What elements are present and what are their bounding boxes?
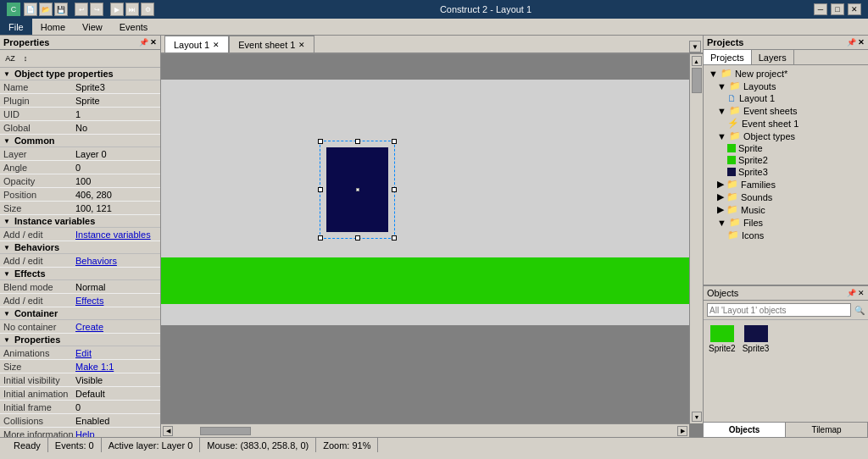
- menubar: File Home View Events: [0, 19, 868, 36]
- event-sheet-tab[interactable]: Event sheet 1 ✕: [229, 36, 314, 53]
- tab-bar: Layout 1 ✕ Event sheet 1 ✕ ▼: [161, 36, 703, 54]
- objects-tab[interactable]: Objects: [704, 423, 786, 437]
- sort-alpha-button[interactable]: AZ: [3, 52, 17, 65]
- layout-tab-close[interactable]: ✕: [213, 41, 220, 49]
- objects-close-icon[interactable]: ✕: [858, 289, 865, 297]
- section-object-type[interactable]: ▼ Object type properties: [0, 68, 160, 80]
- objects-filter-input[interactable]: [707, 303, 851, 317]
- prop-instance-add: Add / edit Instance variables: [0, 228, 160, 241]
- hscroll-left[interactable]: ◀: [163, 426, 173, 436]
- prop-opacity: Opacity 100: [0, 174, 160, 188]
- tree-item-files[interactable]: ▼ 📁 Files: [705, 216, 866, 229]
- objects-pin-icon[interactable]: 📌: [847, 289, 856, 297]
- close-button[interactable]: ✕: [848, 3, 861, 15]
- section-sprite-props[interactable]: ▼ Properties: [0, 334, 160, 346]
- hscroll-thumb[interactable]: [200, 427, 251, 435]
- tree-item-eventsheet1[interactable]: ⚡ Event sheet 1: [705, 117, 866, 130]
- section-instance-vars[interactable]: ▼ Instance variables: [0, 215, 160, 228]
- object-sprite3[interactable]: Sprite3: [741, 324, 771, 418]
- projects-actions: 📌 ✕: [847, 38, 865, 47]
- section-behaviors[interactable]: ▼ Behaviors: [0, 241, 160, 254]
- open-button[interactable]: 📂: [39, 3, 53, 16]
- tree-item-icons[interactable]: 📁 Icons: [705, 229, 866, 241]
- projects-close-icon[interactable]: ✕: [858, 38, 865, 47]
- projects-pin-icon[interactable]: 📌: [847, 38, 856, 47]
- app-icon: C: [7, 3, 20, 16]
- section-container[interactable]: ▼ Container: [0, 307, 160, 320]
- new-button[interactable]: 📄: [24, 3, 37, 16]
- tilemap-tab[interactable]: Tilemap: [786, 423, 868, 437]
- expand-icon: ▶: [717, 191, 724, 202]
- tree-item-root[interactable]: ▼ 📁 New project*: [705, 67, 866, 80]
- status-mouse: Mouse: (383.0, 258.8, 0): [200, 438, 316, 452]
- projects-layers-tabs: Projects Layers: [704, 50, 868, 65]
- section-common[interactable]: ▼ Common: [0, 135, 160, 147]
- filter-icon[interactable]: 🔍: [854, 306, 865, 315]
- tree-item-sprite2[interactable]: Sprite2: [705, 154, 866, 166]
- canvas-viewport[interactable]: [161, 54, 689, 423]
- event-tab-close[interactable]: ✕: [298, 41, 305, 49]
- expand-icon: ▶: [717, 179, 724, 190]
- settings-button[interactable]: ⚙: [141, 3, 154, 16]
- bottom-panel-tabs: Objects Tilemap: [704, 422, 868, 437]
- layout-area: [161, 71, 689, 423]
- statusbar: Ready Events: 0 Active layer: Layer 0 Mo…: [0, 437, 868, 452]
- undo-button[interactable]: ↩: [75, 3, 88, 16]
- prop-plugin: Plugin Sprite: [0, 94, 160, 108]
- tree-item-music[interactable]: ▶ 📁 Music: [705, 203, 866, 216]
- objects-panel-header: Objects 📌 ✕: [704, 286, 868, 301]
- prop-layer: Layer Layer 0: [0, 147, 160, 161]
- menu-view[interactable]: View: [74, 20, 111, 34]
- selection-container[interactable]: [326, 147, 388, 232]
- tab-layers[interactable]: Layers: [752, 50, 794, 64]
- minimize-button[interactable]: ─: [814, 3, 827, 15]
- section-effects[interactable]: ▼ Effects: [0, 268, 160, 280]
- tab-projects[interactable]: Projects: [704, 50, 752, 64]
- sort-icon[interactable]: ↕: [19, 52, 32, 65]
- vscroll-thumb[interactable]: [692, 68, 702, 93]
- vscroll-up[interactable]: ▲: [692, 56, 702, 66]
- tab-dropdown-button[interactable]: ▼: [689, 41, 701, 53]
- sprite3-thumbnail: [744, 325, 768, 342]
- hscroll-right[interactable]: ▶: [677, 426, 687, 436]
- properties-close-icon[interactable]: ✕: [150, 38, 157, 47]
- tree-item-eventsheets[interactable]: ▼ 📁 Event sheets: [705, 104, 866, 117]
- divider: [70, 3, 73, 16]
- objects-grid: Sprite2 Sprite3: [704, 320, 868, 422]
- expand-icon: ▼: [717, 218, 726, 228]
- hscroll-track: [175, 426, 676, 436]
- canvas-vscroll[interactable]: ▲ ▼: [689, 54, 703, 423]
- properties-pin-icon[interactable]: 📌: [139, 38, 148, 47]
- step-button[interactable]: ⏭: [125, 3, 139, 16]
- tree-item-families[interactable]: ▶ 📁 Families: [705, 178, 866, 191]
- play-button[interactable]: ▶: [110, 3, 124, 16]
- tree-item-sounds[interactable]: ▶ 📁 Sounds: [705, 191, 866, 203]
- layout-canvas-area[interactable]: ▲ ▼ ◀ ▶: [161, 54, 703, 437]
- sprite3-object[interactable]: [326, 147, 388, 232]
- tree-item-sprite[interactable]: Sprite: [705, 142, 866, 154]
- sprite2-thumbnail: [710, 325, 734, 342]
- tree-item-objecttypes[interactable]: ▼ 📁 Object types: [705, 130, 866, 142]
- tree-item-layouts[interactable]: ▼ 📁 Layouts: [705, 80, 866, 92]
- maximize-button[interactable]: □: [831, 3, 844, 15]
- titlebar: C 📄 📂 💾 ↩ ↪ ▶ ⏭ ⚙ Construct 2 - Layout 1…: [0, 0, 868, 19]
- folder-icon: 📁: [726, 204, 738, 215]
- tree-item-layout1[interactable]: 🗋 Layout 1: [705, 92, 866, 104]
- prop-more-info: More information Help: [0, 428, 160, 437]
- menu-home[interactable]: Home: [32, 20, 74, 34]
- redo-button[interactable]: ↪: [90, 3, 103, 16]
- vscroll-down[interactable]: ▼: [692, 412, 702, 422]
- save-button[interactable]: 💾: [54, 3, 68, 16]
- prop-blend-mode: Blend mode Normal: [0, 280, 160, 294]
- tree-item-sprite3[interactable]: Sprite3: [705, 166, 866, 178]
- canvas-hscroll[interactable]: ◀ ▶: [161, 423, 689, 437]
- properties-panel: Properties 📌 ✕ AZ ↕ ▼ Object type proper…: [0, 36, 161, 437]
- object-sprite2[interactable]: Sprite2: [707, 324, 737, 418]
- menu-events[interactable]: Events: [111, 20, 157, 34]
- menu-file[interactable]: File: [0, 19, 32, 35]
- sprite-color-icon: [727, 144, 736, 152]
- divider2: [105, 3, 108, 16]
- prop-container: No container Create: [0, 320, 160, 334]
- sprite3-color-icon: [727, 168, 736, 176]
- layout-tab[interactable]: Layout 1 ✕: [164, 36, 229, 53]
